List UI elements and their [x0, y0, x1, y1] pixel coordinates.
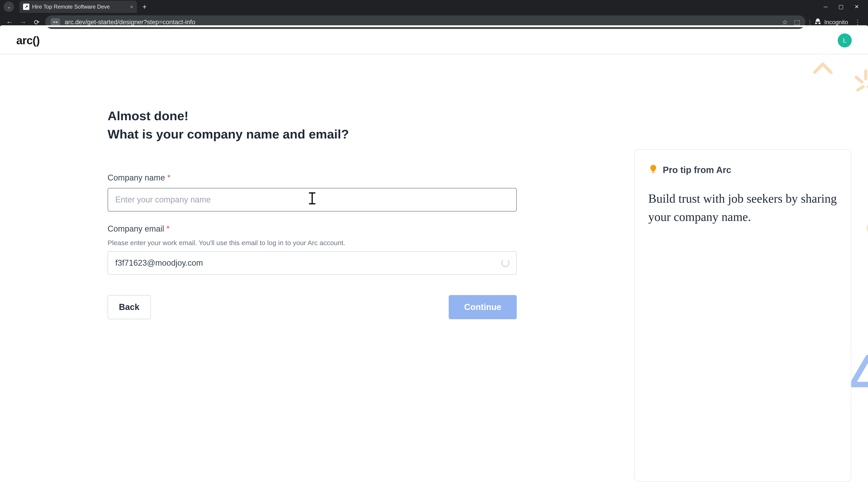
- extensions-icon[interactable]: ⬚: [794, 19, 800, 26]
- loading-spinner-icon: [501, 259, 509, 267]
- maximize-button[interactable]: ▢: [838, 4, 844, 10]
- tab-title: Hire Top Remote Software Deve: [32, 4, 110, 10]
- company-name-label: Company name *: [107, 173, 517, 183]
- tip-header: Pro tip from Arc: [648, 164, 837, 176]
- tip-title: Pro tip from Arc: [663, 165, 731, 175]
- tab-search-button[interactable]: ⌄: [4, 2, 14, 12]
- form-section: Almost done! What is your company name a…: [107, 108, 517, 482]
- window-controls: ─ ▢ ✕: [824, 4, 864, 10]
- arc-logo[interactable]: arc(): [16, 34, 39, 47]
- required-asterisk: *: [166, 224, 169, 233]
- url-text: arc.dev/get-started/designer?step=contac…: [65, 19, 778, 26]
- address-bar-icons: ☆ ⬚: [782, 19, 800, 26]
- pro-tip-card: Pro tip from Arc Build trust with job se…: [634, 149, 851, 482]
- lightbulb-icon: [648, 164, 658, 176]
- user-avatar[interactable]: L: [838, 33, 852, 47]
- bookmark-icon[interactable]: ☆: [782, 19, 788, 26]
- company-email-hint: Please enter your work email. You'll use…: [107, 239, 517, 247]
- site-settings-icon[interactable]: ⊶: [51, 18, 60, 26]
- tab-favicon: ↗: [23, 4, 29, 10]
- heading-line-2: What is your company name and email?: [107, 127, 517, 141]
- chevron-down-icon: ⌄: [7, 4, 11, 9]
- separator: |: [809, 19, 811, 26]
- required-asterisk: *: [167, 173, 170, 182]
- company-email-input[interactable]: [107, 251, 517, 275]
- button-row: Back Continue: [107, 295, 517, 319]
- app-header: arc() L: [0, 27, 868, 54]
- continue-button[interactable]: Continue: [449, 295, 517, 319]
- back-button[interactable]: Back: [107, 295, 151, 319]
- new-tab-button[interactable]: +: [139, 3, 150, 11]
- browser-menu-button[interactable]: ⋮: [852, 19, 864, 26]
- company-email-group: Company email * Please enter your work e…: [107, 224, 517, 275]
- tab-bar: ⌄ ↗ Hire Top Remote Software Deve × + ─ …: [0, 0, 868, 13]
- company-name-group: Company name *: [107, 173, 517, 212]
- browser-chrome: ⌄ ↗ Hire Top Remote Software Deve × + ─ …: [0, 0, 868, 27]
- close-tab-icon[interactable]: ×: [130, 3, 133, 10]
- minimize-button[interactable]: ─: [824, 4, 828, 10]
- main-content: Almost done! What is your company name a…: [0, 54, 868, 482]
- company-email-label: Company email *: [107, 224, 517, 234]
- svg-line-3: [858, 87, 863, 90]
- heading-line-1: Almost done!: [107, 108, 517, 123]
- address-bar-row: ← → ⟳ ⊶ arc.dev/get-started/designer?ste…: [0, 13, 868, 31]
- close-window-button[interactable]: ✕: [855, 4, 859, 10]
- browser-tab[interactable]: ↗ Hire Top Remote Software Deve ×: [20, 1, 137, 13]
- svg-line-1: [856, 77, 862, 82]
- company-name-input[interactable]: [107, 188, 517, 212]
- tip-body: Build trust with job seekers by sharing …: [648, 190, 837, 226]
- page-heading: Almost done! What is your company name a…: [107, 108, 517, 141]
